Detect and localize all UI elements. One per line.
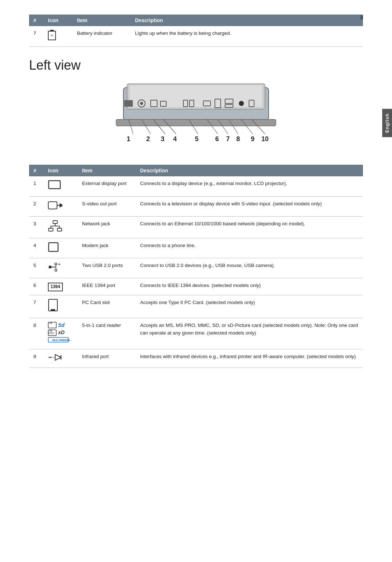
svg-text:10: 10 — [261, 135, 269, 143]
row-icon — [44, 238, 78, 258]
row-item: Two USB 2.0 ports — [78, 258, 136, 278]
svg-rect-40 — [49, 181, 60, 189]
svg-rect-43 — [53, 221, 57, 223]
laptop-diagram: 1 2 3 4 5 6 7 8 9 10 — [29, 80, 363, 153]
row-icon — [44, 295, 78, 318]
row-icon — [44, 196, 78, 216]
section-title: Left view — [29, 58, 363, 73]
svg-rect-44 — [49, 228, 53, 231]
row-item: S-video out port — [78, 196, 136, 216]
row-num: 8 — [29, 318, 44, 349]
ieee1394-icon: 1394 — [48, 282, 73, 291]
table-row: 9 Infrared port Interfaces with infrared… — [29, 349, 363, 368]
row-num: 3 — [29, 217, 44, 238]
card-reader-icon: Sd PRO xD MULTIMEDIA — [48, 322, 73, 345]
row-icon — [44, 217, 78, 238]
row-icon: Sd PRO xD MULTIMEDIA — [44, 318, 78, 349]
row-icon: + — [44, 26, 73, 47]
row-desc: Connects to an Ethernet 10/100/1000 base… — [136, 217, 363, 238]
table-row: 1 External display port Connects to a di… — [29, 176, 363, 196]
main-col-header-icon: Icon — [44, 165, 78, 176]
svg-text:3: 3 — [161, 135, 164, 143]
row-num: 6 — [29, 278, 44, 295]
external-display-icon — [48, 180, 73, 192]
table-row: 6 1394 IEEE 1394 port Connects to IEEE 1… — [29, 278, 363, 295]
svg-text:+: + — [58, 262, 60, 266]
row-num: 7 — [29, 26, 44, 47]
svg-text:2: 2 — [146, 135, 150, 143]
svg-rect-55 — [55, 263, 57, 265]
row-num: 5 — [29, 258, 44, 278]
usb-icon: + — [48, 262, 73, 274]
col-header-desc: Description — [131, 15, 363, 26]
col-header-icon: Icon — [44, 15, 73, 26]
table-row: 5 + Two USB 2 — [29, 258, 363, 278]
row-item: 5-in-1 card reader — [78, 318, 136, 349]
svg-text:8: 8 — [236, 135, 240, 143]
table-row: 3 — [29, 217, 363, 238]
row-desc: Interfaces with infrared devices e.g., i… — [136, 349, 363, 368]
svg-text:xD: xD — [58, 329, 65, 335]
row-item: Battery indicator — [73, 26, 131, 47]
row-num: 1 — [29, 176, 44, 196]
language-tab: English — [382, 109, 392, 137]
svg-rect-6 — [116, 119, 276, 126]
svg-rect-41 — [48, 202, 57, 209]
table-row: 2 S-video out port Connects to a te — [29, 196, 363, 216]
infrared-icon — [48, 353, 73, 364]
row-num: 7 — [29, 295, 44, 318]
svideo-icon — [48, 200, 73, 213]
main-col-header-desc: Description — [136, 165, 363, 176]
table-row: 8 Sd PRO — [29, 318, 363, 349]
row-icon: 1394 — [44, 278, 78, 295]
main-col-header-item: Item — [78, 165, 136, 176]
col-header-num: # — [29, 15, 44, 26]
row-icon — [44, 349, 78, 368]
row-num: 2 — [29, 196, 44, 216]
row-item: Network jack — [78, 217, 136, 238]
row-item: PC Card slot — [78, 295, 136, 318]
svg-text:6: 6 — [215, 135, 219, 143]
svg-text:Sd: Sd — [58, 322, 65, 328]
modem-icon — [48, 242, 73, 254]
row-num: 9 — [29, 349, 44, 368]
row-item: Modem jack — [78, 238, 136, 258]
top-table: # Icon Item Description 7 + Battery indi… — [29, 15, 363, 47]
row-desc: Connect to USB 2.0 devices (e.g., USB mo… — [136, 258, 363, 278]
laptop-image-container: 1 2 3 4 5 6 7 8 9 10 — [29, 80, 363, 154]
main-table: # Icon Item Description 1 External displ… — [29, 165, 363, 368]
row-desc: Accepts an MS, MS PRO, MMC, SD, or xD-Pi… — [136, 318, 363, 349]
svg-text:5: 5 — [195, 135, 199, 143]
svg-text:+: + — [50, 33, 53, 38]
svg-text:PRO: PRO — [49, 332, 54, 335]
row-icon: + — [44, 258, 78, 278]
battery-icon: + — [48, 30, 68, 43]
pccard-icon — [48, 299, 73, 314]
row-num: 4 — [29, 238, 44, 258]
row-desc: Accepts one Type II PC Card. (selected m… — [136, 295, 363, 318]
svg-point-51 — [49, 266, 52, 268]
svg-marker-73 — [55, 354, 61, 360]
table-row: 7 PC Card slot Accepts one Type II PC Ca… — [29, 295, 363, 318]
svg-text:7: 7 — [226, 135, 230, 143]
table-row: 4 Modem jack Connects to a phone line. — [29, 238, 363, 258]
svg-rect-50 — [49, 243, 58, 251]
page-number: 3 — [360, 15, 363, 20]
row-desc: Connects to a television or display devi… — [136, 196, 363, 216]
network-icon — [48, 220, 73, 234]
svg-point-9 — [140, 102, 143, 105]
table-row: 7 + Battery indicator Lights up when the… — [29, 26, 363, 47]
svg-text:9: 9 — [251, 135, 254, 143]
svg-rect-45 — [57, 228, 62, 231]
svg-text:1: 1 — [127, 135, 130, 143]
svg-rect-59 — [51, 309, 55, 311]
row-desc: Connects to a phone line. — [136, 238, 363, 258]
svg-rect-60 — [48, 322, 56, 328]
svg-text:4: 4 — [173, 135, 177, 143]
row-desc: Connects to IEEE 1394 devices. (selected… — [136, 278, 363, 295]
row-icon — [44, 176, 78, 196]
svg-rect-7 — [124, 100, 133, 107]
svg-rect-18 — [239, 101, 244, 106]
col-header-item: Item — [73, 15, 131, 26]
row-item: External display port — [78, 176, 136, 196]
